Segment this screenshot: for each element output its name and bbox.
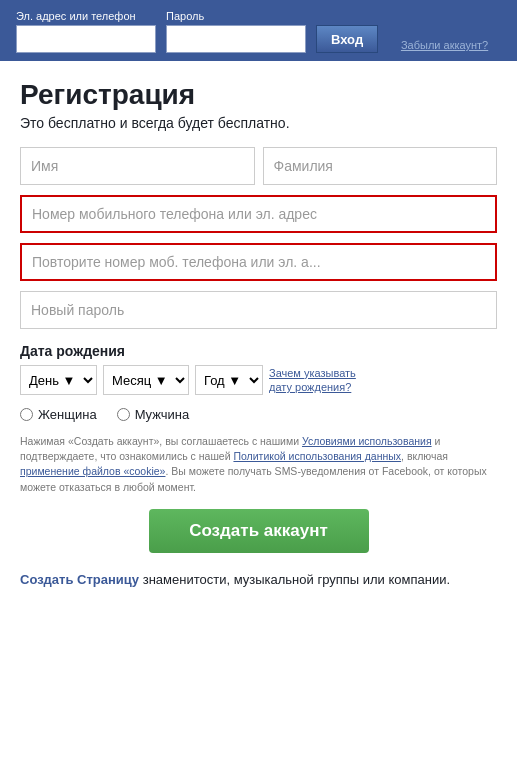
email-input[interactable]	[16, 25, 156, 53]
registration-form: Регистрация Это бесплатно и всегда будет…	[0, 61, 517, 609]
page-subtitle: Это бесплатно и всегда будет бесплатно.	[20, 115, 497, 131]
login-button[interactable]: Вход	[316, 25, 378, 53]
header: Эл. адрес или телефон Пароль Вход Забыли…	[0, 0, 517, 61]
legal-text: Нажимая «Создать аккаунт», вы соглашаете…	[20, 434, 497, 495]
dob-year-select[interactable]: Год ▼	[195, 365, 263, 395]
gender-female-label: Женщина	[38, 407, 97, 422]
phone-email-repeat-input[interactable]	[20, 243, 497, 281]
password-label: Пароль	[166, 10, 306, 22]
create-page-link[interactable]: Создать Страницу	[20, 572, 139, 587]
new-password-input[interactable]	[20, 291, 497, 329]
gender-male-option[interactable]: Мужчина	[117, 407, 190, 422]
password-field-group: Пароль	[166, 10, 306, 53]
create-page-text: знаменитости, музыкальной группы или ком…	[143, 572, 450, 587]
phone-email-input[interactable]	[20, 195, 497, 233]
gender-female-option[interactable]: Женщина	[20, 407, 97, 422]
phone-repeat-field-row	[20, 243, 497, 281]
forgot-link[interactable]: Забыли аккаунт?	[388, 39, 501, 53]
name-row	[20, 147, 497, 185]
email-label: Эл. адрес или телефон	[16, 10, 156, 22]
gender-male-radio[interactable]	[117, 408, 130, 421]
page-title: Регистрация	[20, 79, 497, 111]
last-name-input[interactable]	[263, 147, 498, 185]
dob-month-select[interactable]: Месяц ▼	[103, 365, 189, 395]
email-field-group: Эл. адрес или телефон	[16, 10, 156, 53]
dob-why-link[interactable]: Зачем указывать дату рождения?	[269, 366, 359, 395]
gender-male-label: Мужчина	[135, 407, 190, 422]
password-field-row	[20, 291, 497, 329]
create-page-section: Создать Страницу знаменитости, музыкальн…	[20, 571, 497, 589]
dob-day-select[interactable]: День ▼	[20, 365, 97, 395]
policy-link[interactable]: Политикой использования данных	[233, 450, 401, 462]
create-account-button[interactable]: Создать аккаунт	[149, 509, 369, 553]
cookies-link[interactable]: применение файлов «cookie»	[20, 465, 165, 477]
dob-row: День ▼ Месяц ▼ Год ▼ Зачем указывать дат…	[20, 365, 497, 395]
terms-link[interactable]: Условиями использования	[302, 435, 432, 447]
gender-row: Женщина Мужчина	[20, 407, 497, 422]
gender-female-radio[interactable]	[20, 408, 33, 421]
phone-field-row	[20, 195, 497, 233]
password-input[interactable]	[166, 25, 306, 53]
dob-label: Дата рождения	[20, 343, 497, 359]
first-name-input[interactable]	[20, 147, 255, 185]
